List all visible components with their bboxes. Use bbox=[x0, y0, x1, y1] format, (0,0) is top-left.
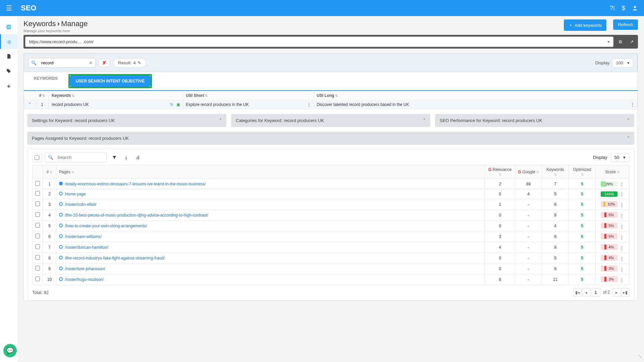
row-actions-icon[interactable]: ⋮ bbox=[620, 246, 624, 250]
crumb-keywords[interactable]: Keywords bbox=[23, 19, 56, 28]
page-url[interactable]: /roster/hugo-nicolson/ bbox=[65, 277, 104, 282]
col-usi-long[interactable]: USI Long bbox=[314, 91, 638, 100]
table-row[interactable]: 10 /roster/hugo-nicolson/6-1153% ⋮ bbox=[33, 274, 629, 285]
row-actions-icon[interactable]: ⋮ bbox=[620, 203, 624, 207]
sidebar-item-globe[interactable]: 🌐 bbox=[0, 19, 17, 34]
row-actions-icon[interactable]: ⋮ bbox=[620, 182, 624, 186]
pages-display-select[interactable]: 50 ▾ bbox=[611, 153, 629, 162]
col-optimized[interactable]: Optimized bbox=[569, 165, 596, 179]
help-icon[interactable]: ?⃝ bbox=[609, 5, 615, 12]
download-icon[interactable]: ⭳ bbox=[122, 154, 130, 161]
col-num[interactable]: # bbox=[43, 165, 56, 179]
filter-icon[interactable] bbox=[110, 154, 119, 161]
page-row-checkbox[interactable] bbox=[35, 201, 40, 206]
page-row-checkbox[interactable] bbox=[35, 234, 40, 238]
keyword-row[interactable]: ˄ 1 record producers UK ↻ ▣ Explore reco… bbox=[24, 100, 638, 109]
pager-next-icon[interactable]: ▸ bbox=[612, 288, 621, 296]
keyword-search-input[interactable]: 🔍 ✕ bbox=[28, 58, 96, 68]
clear-search-icon[interactable]: ✕ bbox=[86, 60, 95, 65]
col-score[interactable]: Score bbox=[596, 165, 629, 179]
sidebar-item-document[interactable] bbox=[0, 49, 17, 64]
tab-keywords[interactable]: KEYWORDS bbox=[29, 72, 62, 90]
page-row-checkbox[interactable] bbox=[35, 255, 40, 260]
table-row[interactable]: 7 /roster/duncan-hamilton/4-854% ⋮ bbox=[33, 242, 629, 253]
row-actions-long-icon[interactable]: ⋮ bbox=[631, 102, 635, 107]
keyword-search-field[interactable] bbox=[39, 58, 86, 67]
image-icon[interactable]: ▣ bbox=[176, 102, 180, 107]
table-row[interactable]: 1 /totally-enormous-extinct-dinosaurs-7-… bbox=[33, 179, 629, 189]
pager-page-input[interactable] bbox=[591, 288, 600, 296]
accordion-categories[interactable]: Categories for Keyword: record producers… bbox=[231, 114, 430, 127]
col-num[interactable]: # bbox=[36, 91, 49, 100]
col-keywords[interactable]: Keywords bbox=[542, 165, 569, 179]
pages-search-field[interactable] bbox=[56, 153, 106, 162]
page-row-checkbox[interactable] bbox=[35, 244, 40, 249]
page-row-checkbox[interactable] bbox=[35, 191, 40, 196]
table-row[interactable]: 5 /how-to-create-your-own-string-arrange… bbox=[33, 221, 629, 231]
page-url[interactable]: /roster/duncan-hamilton/ bbox=[65, 245, 108, 250]
accordion-settings[interactable]: Settings for Keyword: record producers U… bbox=[27, 114, 226, 127]
accordion-seo[interactable]: SEO Performance for Keyword: record prod… bbox=[435, 114, 634, 127]
edit-icon[interactable]: ✎ bbox=[138, 60, 141, 65]
pager-prev-icon[interactable]: ◂ bbox=[582, 288, 590, 296]
page-row-checkbox[interactable] bbox=[35, 277, 40, 281]
page-url[interactable]: Home page bbox=[65, 192, 86, 196]
row-actions-icon[interactable]: ⋮ bbox=[620, 214, 624, 218]
page-url[interactable]: /the-10-best-pieces-of-music-production-… bbox=[65, 213, 208, 218]
print-icon[interactable]: 🖨 bbox=[134, 154, 142, 161]
refresh-keyword-icon[interactable]: ↻ bbox=[170, 102, 173, 107]
accordion-pages-assigned[interactable]: Pages Assigned to Keyword: record produc… bbox=[27, 132, 634, 145]
hamburger-icon[interactable]: ☰ bbox=[6, 4, 12, 12]
refresh-button[interactable]: Refresh bbox=[613, 19, 638, 30]
table-row[interactable]: 9 /roster/tore-johansson/0-853% ⋮ bbox=[33, 263, 629, 274]
pages-search-input[interactable]: 🔍 bbox=[45, 153, 107, 162]
col-google[interactable]: G Google bbox=[515, 165, 542, 179]
sidebar-item-target[interactable]: ◎ bbox=[0, 34, 17, 49]
table-row[interactable]: 8 /the-record-industrys-fake-fight-again… bbox=[33, 253, 629, 263]
pages-select-all-checkbox[interactable] bbox=[35, 155, 39, 160]
site-url-select[interactable]: https://www.record-produ… .com/ ▾ bbox=[25, 37, 613, 47]
row-actions-short-icon[interactable]: ⋮ bbox=[307, 102, 311, 107]
tab-usi-objective[interactable]: USER SEARCH INTENT OBJECTIVE bbox=[70, 75, 151, 87]
filter-active-icon[interactable] bbox=[99, 59, 110, 67]
chevron-right-icon: › bbox=[57, 19, 60, 28]
pager-last-icon[interactable]: ▸▮ bbox=[621, 288, 629, 296]
account-icon[interactable] bbox=[632, 5, 638, 11]
page-url[interactable]: /roster/colin-elliot/ bbox=[65, 202, 97, 207]
page-url[interactable]: /how-to-create-your-own-string-arrangeme… bbox=[65, 224, 147, 228]
table-row[interactable]: 3 /roster/colin-elliot/1-8510% ⋮ bbox=[33, 199, 629, 210]
table-row[interactable]: 4 /the-10-best-pieces-of-music-productio… bbox=[33, 210, 629, 221]
page-row-checkbox[interactable] bbox=[35, 181, 40, 186]
sidebar-item-tag[interactable] bbox=[0, 64, 17, 78]
row-actions-icon[interactable]: ⋮ bbox=[620, 267, 624, 272]
pricing-icon[interactable]: $ bbox=[622, 5, 625, 12]
page-keywords: 5 bbox=[542, 253, 569, 263]
page-row-num: 5 bbox=[43, 221, 56, 231]
open-external-icon[interactable]: ↗ bbox=[627, 37, 636, 47]
col-usi-short[interactable]: USI Short bbox=[183, 91, 314, 100]
page-url[interactable]: /the-record-industrys-fake-fight-against… bbox=[65, 256, 165, 260]
row-actions-icon[interactable]: ⋮ bbox=[620, 278, 624, 283]
table-row[interactable]: 6 /roster/sam-williams/3-855% ⋮ bbox=[33, 231, 629, 242]
row-actions-icon[interactable]: ⋮ bbox=[620, 256, 624, 261]
row-actions-icon[interactable]: ⋮ bbox=[620, 224, 624, 229]
add-keywords-button[interactable]: ＋ Add keywords bbox=[564, 19, 607, 31]
row-actions-icon[interactable]: ⋮ bbox=[620, 192, 624, 196]
expand-toggle-icon[interactable]: ˄ bbox=[24, 100, 36, 109]
page-row-checkbox[interactable] bbox=[35, 212, 40, 217]
keyword-tabs: KEYWORDS USER SEARCH INTENT OBJECTIVE bbox=[24, 72, 638, 91]
display-count-select[interactable]: 100 ▾ bbox=[612, 58, 633, 67]
page-url[interactable]: /roster/tore-johansson/ bbox=[65, 266, 105, 271]
col-relevance[interactable]: G Relevance bbox=[485, 165, 515, 179]
pager-first-icon[interactable]: ▮◂ bbox=[574, 288, 582, 296]
table-row[interactable]: 2 Home page0455144% ⋮ bbox=[33, 189, 629, 199]
page-url[interactable]: /roster/sam-williams/ bbox=[65, 234, 102, 239]
col-keywords[interactable]: Keywords bbox=[49, 91, 183, 100]
col-pages[interactable]: Pages bbox=[56, 165, 485, 179]
page-row-checkbox[interactable] bbox=[35, 223, 40, 228]
copy-icon[interactable]: ⧉ bbox=[615, 37, 625, 47]
row-actions-icon[interactable]: ⋮ bbox=[620, 235, 624, 240]
page-row-checkbox[interactable] bbox=[35, 266, 40, 270]
page-url[interactable]: /totally-enormous-extinct-dinosaurs-7-le… bbox=[65, 182, 206, 186]
sidebar-item-layers[interactable]: ◈ bbox=[0, 78, 17, 93]
